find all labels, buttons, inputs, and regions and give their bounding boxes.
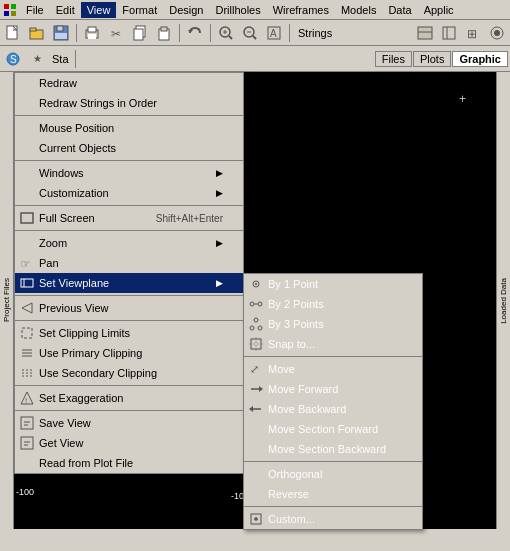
svg-rect-12 [88,27,96,32]
menu-edit[interactable]: Edit [50,2,81,18]
menu-secondary-clipping[interactable]: Use Secondary Clipping [15,363,243,383]
zoomall-btn[interactable]: A [263,22,285,44]
windows-arrow: ▶ [206,168,223,178]
sub-move-section-backward[interactable]: Move Section Backward [244,439,422,459]
menu-drillholes[interactable]: Drillholes [209,2,266,18]
sub-by1point[interactable]: By 1 Point [244,274,422,294]
sub-move-section-forward[interactable]: Move Section Forward [244,419,422,439]
sub-custom[interactable]: Custom... [244,509,422,529]
icon-r4[interactable] [486,22,508,44]
tab-graphic[interactable]: Graphic [452,51,508,67]
menu-pan[interactable]: ☞ Pan [15,253,243,273]
menu-view[interactable]: View [81,2,117,18]
sep5 [75,50,76,68]
menu-data[interactable]: Data [382,2,417,18]
zoom2-btn[interactable] [239,22,261,44]
menu-redraw[interactable]: Redraw [15,73,243,93]
menu-models[interactable]: Models [335,2,382,18]
menu-format[interactable]: Format [116,2,163,18]
menu-applic[interactable]: Applic [418,2,460,18]
clip-icon [19,325,35,341]
fullscreen-shortcut: Shift+Alt+Enter [146,213,223,224]
app-icon[interactable] [2,2,18,18]
star-label: Sta [50,53,71,65]
sub-snap-to[interactable]: Snap to... [244,334,422,354]
sub-move-forward[interactable]: Move Forward [244,379,422,399]
svg-rect-2 [11,4,16,9]
menu-set-viewplane[interactable]: Set Viewplane ▶ By 1 Point By 2 Po [15,273,243,293]
svg-text:⤢: ⤢ [250,363,259,375]
svg-point-47 [250,326,254,330]
menu-primary-clipping[interactable]: Use Primary Clipping [15,343,243,363]
paste-btn[interactable] [153,22,175,44]
open-btn[interactable] [26,22,48,44]
svg-marker-55 [259,386,263,392]
sub-move-backward[interactable]: Move Backward [244,399,422,419]
svg-rect-31 [443,27,455,39]
loaded-data-label: Loaded Data [499,278,508,324]
menu-wireframes[interactable]: Wireframes [267,2,335,18]
new-btn[interactable] [2,22,24,44]
sub-reverse[interactable]: Reverse [244,484,422,504]
undo-btn[interactable] [184,22,206,44]
svg-text:☞: ☞ [20,257,31,270]
by2points-icon [248,296,264,312]
save-btn[interactable] [50,22,72,44]
crosshair: + [459,92,466,106]
sub-by3points[interactable]: By 3 Points [244,314,422,334]
menu-fullscreen[interactable]: Full Screen Shift+Alt+Enter [15,208,243,228]
svg-rect-1 [4,4,9,9]
tab-star[interactable]: ★ [26,48,48,70]
move-backward-icon [248,401,264,417]
icon-r3[interactable]: ⊞ [462,22,484,44]
icon-r2[interactable] [438,22,460,44]
menu-read-plot[interactable]: Read from Plot File [15,453,243,473]
sub-by2points[interactable]: By 2 Points [244,294,422,314]
menu-file[interactable]: File [20,2,50,18]
menu-customization[interactable]: Customization ▶ [15,183,243,203]
menu-set-exaggeration[interactable]: ! Set Exaggeration [15,388,243,408]
menu-get-view[interactable]: Get View [15,433,243,453]
sep3 [210,24,211,42]
viewplane-submenu: By 1 Point By 2 Points By 3 Points [243,273,423,530]
right-panel: Loaded Data [496,72,510,529]
menu-current-objects[interactable]: Current Objects [15,138,243,158]
zoom-btn[interactable] [215,22,237,44]
divider1 [15,115,243,116]
menu-mouse-position[interactable]: Mouse Position [15,118,243,138]
svg-text:!: ! [25,396,27,405]
sub-move[interactable]: ⤢ Move [244,359,422,379]
menu-zoom[interactable]: Zoom ▶ [15,233,243,253]
menu-save-view[interactable]: Save View [15,413,243,433]
copy-btn[interactable] [129,22,151,44]
sep4 [289,24,290,42]
sub-orthogonal[interactable]: Orthogonal [244,464,422,484]
tab-files[interactable]: Files [375,51,412,67]
print-btn[interactable] [81,22,103,44]
svg-rect-16 [134,29,143,40]
sclip-icon [19,365,35,381]
by3points-icon [248,316,264,332]
icon-r1[interactable] [414,22,436,44]
menu-windows[interactable]: Windows ▶ [15,163,243,183]
svg-rect-50 [251,339,261,349]
svg-point-48 [258,326,262,330]
divider7 [15,385,243,386]
menu-redraw-strings[interactable]: Redraw Strings in Order [15,93,243,113]
y-label-100: -100 [16,487,34,497]
tab-plots[interactable]: Plots [413,51,451,67]
divider8 [15,410,243,411]
menu-set-clipping[interactable]: Set Clipping Limits [15,323,243,343]
tb2-1[interactable]: S [2,48,24,70]
cut-btn[interactable]: ✂ [105,22,127,44]
svg-text:✂: ✂ [111,27,121,41]
move-forward-icon [248,381,264,397]
svg-rect-3 [4,11,9,16]
divider4 [15,230,243,231]
menu-design[interactable]: Design [163,2,209,18]
prevview-icon [19,300,35,316]
svg-rect-29 [418,27,432,39]
exag-icon: ! [19,390,35,406]
menu-previous-view[interactable]: Previous View [15,298,243,318]
svg-line-21 [229,36,232,39]
